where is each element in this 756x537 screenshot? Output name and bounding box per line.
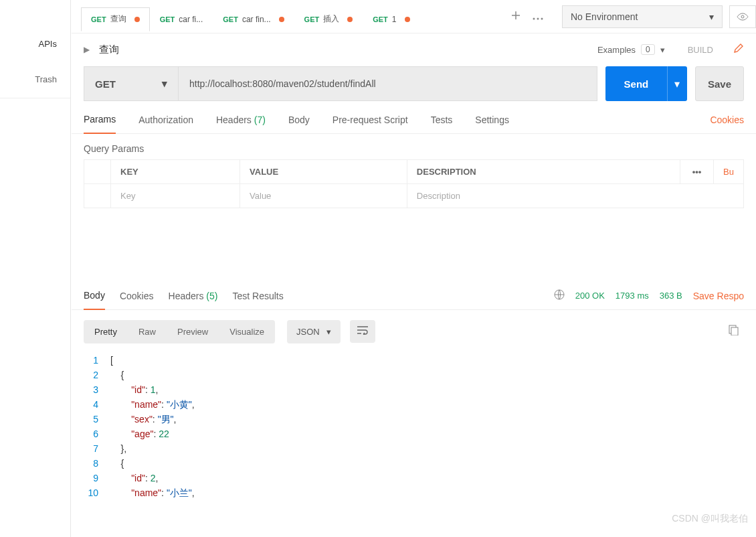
request-tab[interactable]: GETcar fin... — [213, 7, 294, 31]
tab-method: GET — [91, 15, 106, 23]
edit-icon[interactable] — [733, 43, 744, 56]
globe-icon[interactable] — [554, 289, 565, 302]
tab-method: GET — [373, 15, 388, 23]
tab-settings[interactable]: Settings — [475, 114, 509, 133]
svg-rect-6 — [731, 327, 738, 335]
save-button[interactable]: Save — [695, 66, 744, 101]
tab-label: car fi... — [179, 15, 203, 24]
response-size: 363 B — [660, 291, 682, 301]
query-params-table: KEY VALUE DESCRIPTION ••• Bu Key Value D… — [84, 159, 744, 208]
dirty-dot-icon — [347, 17, 353, 22]
line-number: 5 — [84, 412, 110, 427]
tab-body[interactable]: Body — [288, 114, 310, 133]
line-number: 2 — [84, 368, 110, 382]
tab-authorization[interactable]: Authorization — [138, 114, 193, 133]
line-number: 9 — [84, 471, 110, 485]
send-button[interactable]: Send — [605, 66, 667, 101]
view-pretty[interactable]: Pretty — [84, 320, 128, 343]
new-tab-icon[interactable] — [511, 11, 521, 23]
save-response-button[interactable]: Save Respo — [693, 291, 744, 301]
dirty-dot-icon — [134, 17, 140, 22]
tab-tests[interactable]: Tests — [431, 114, 453, 133]
line-number: 1 — [84, 353, 110, 368]
line-number: 10 — [84, 485, 110, 500]
code-line: 1[ — [84, 353, 744, 368]
line-number: 7 — [84, 441, 110, 456]
top-row: GET查询GETcar fi...GETcar fin...GET插入GET1 … — [72, 0, 756, 33]
resp-tab-body[interactable]: Body — [84, 282, 105, 310]
tab-actions — [499, 11, 555, 23]
environment-select[interactable]: No Environment ▾ — [562, 5, 723, 28]
code-line: 10 "name": "小兰", — [84, 485, 744, 500]
request-tab[interactable]: GETcar fi... — [150, 7, 213, 31]
code-line: 8 { — [84, 456, 744, 471]
copy-icon[interactable] — [723, 319, 744, 343]
env-preview-button[interactable] — [729, 5, 756, 28]
tab-label: car fin... — [242, 15, 271, 24]
response-meta: 200 OK 1793 ms 363 B Save Respo — [554, 289, 744, 302]
sidebar-item-apis[interactable]: APIs — [0, 0, 70, 56]
response-body-code[interactable]: 1[2 {3 "id": 1,4 "name": "小黄",5 "sex": "… — [72, 353, 756, 500]
request-tabs-strip: GET查询GETcar fi...GETcar fin...GET插入GET1 — [72, 2, 499, 31]
bulk-edit-link[interactable]: Bu — [714, 160, 744, 184]
examples-dropdown[interactable]: Examples 0 ▾ — [597, 44, 665, 55]
send-dropdown[interactable]: ▾ — [667, 66, 687, 101]
wrap-lines-button[interactable] — [350, 320, 375, 343]
format-select[interactable]: JSON ▾ — [287, 320, 341, 343]
svg-point-2 — [541, 17, 543, 19]
sidebar: APIs Trash — [0, 0, 71, 537]
request-tab[interactable]: GET1 — [363, 7, 419, 31]
tab-prerequest[interactable]: Pre-request Script — [333, 114, 408, 133]
tab-headers[interactable]: Headers (7) — [216, 114, 266, 133]
tab-label: 1 — [392, 15, 397, 24]
method-select[interactable]: GET ▾ — [84, 66, 179, 101]
status-badge: 200 OK — [575, 291, 605, 301]
tab-label: 查询 — [110, 13, 126, 25]
url-row: GET ▾ Send ▾ Save — [72, 66, 756, 102]
svg-point-0 — [533, 17, 535, 19]
request-tab[interactable]: GET查询 — [81, 7, 150, 31]
sidebar-separator — [0, 98, 70, 98]
request-header: ▶ 查询 Examples 0 ▾ BUILD — [72, 33, 756, 66]
tab-params[interactable]: Params — [84, 114, 116, 134]
view-visualize[interactable]: Visualize — [219, 320, 275, 343]
resp-tab-tests[interactable]: Test Results — [232, 283, 283, 309]
code-line: 7 }, — [84, 441, 744, 456]
request-name: 查询 — [99, 44, 591, 56]
value-input[interactable]: Value — [240, 184, 407, 208]
line-number: 3 — [84, 382, 110, 397]
line-number: 4 — [84, 397, 110, 412]
cookies-link[interactable]: Cookies — [710, 114, 744, 133]
response-toolbar: Pretty Raw Preview Visualize JSON ▾ — [72, 310, 756, 353]
col-value: VALUE — [240, 160, 407, 184]
view-raw[interactable]: Raw — [128, 320, 167, 343]
code-line: 4 "name": "小黄", — [84, 397, 744, 412]
chevron-down-icon: ▾ — [326, 327, 331, 337]
code-line: 3 "id": 1, — [84, 382, 744, 397]
view-preview[interactable]: Preview — [167, 320, 219, 343]
key-input[interactable]: Key — [111, 184, 240, 208]
line-number: 8 — [84, 456, 110, 471]
chevron-down-icon: ▾ — [709, 11, 714, 22]
code-line: 5 "sex": "男", — [84, 412, 744, 427]
request-tab[interactable]: GET插入 — [294, 7, 363, 31]
resp-tab-cookies[interactable]: Cookies — [120, 283, 154, 309]
code-line: 6 "age": 22 — [84, 427, 744, 441]
request-sub-tabs: Params Authorization Headers (7) Body Pr… — [72, 102, 756, 134]
view-mode-tabs: Pretty Raw Preview Visualize — [84, 320, 275, 343]
url-input[interactable] — [179, 66, 597, 101]
response-time: 1793 ms — [616, 291, 649, 301]
build-button[interactable]: BUILD — [688, 45, 713, 55]
dirty-dot-icon — [405, 17, 410, 22]
sidebar-item-trash[interactable]: Trash — [0, 56, 70, 91]
chevron-down-icon: ▾ — [660, 45, 665, 55]
code-line: 2 { — [84, 368, 744, 382]
tab-label: 插入 — [323, 13, 339, 25]
col-more-icon[interactable]: ••• — [680, 160, 714, 184]
more-tabs-icon[interactable] — [533, 11, 543, 23]
description-input[interactable]: Description — [407, 184, 743, 208]
line-number: 6 — [84, 427, 110, 441]
tab-method: GET — [223, 15, 238, 23]
collapse-icon[interactable]: ▶ — [84, 45, 90, 54]
resp-tab-headers[interactable]: Headers (5) — [169, 283, 218, 309]
